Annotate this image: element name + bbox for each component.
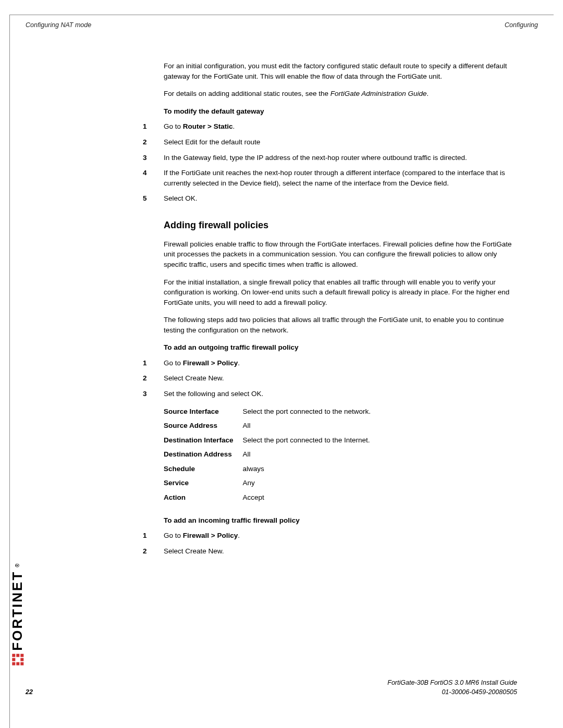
proc1-step-2: 2 Select Edit for the default route [164,137,517,147]
footer-line-1: FortiGate-30B FortiOS 3.0 MR6 Install Gu… [387,678,517,687]
step-text: Set the following and select OK. [164,389,517,399]
step-text: Select Edit for the default route [164,137,517,147]
step-text: Select Create New. [164,373,517,384]
table-row: Schedulealways [164,462,380,476]
cell-label: Source Address [164,418,243,433]
step-number: 1 [143,121,164,132]
proc1-step-5: 5 Select OK. [164,193,517,204]
cell-value: Any [243,476,380,490]
proc1-steps: 1 Go to Router > Static. 2 Select Edit f… [164,121,517,203]
step-number: 5 [143,193,164,204]
settings-table: Source InterfaceSelect the port connecte… [164,404,380,505]
proc2-step-1: 1 Go to Firewall > Policy. [164,358,517,368]
cell-value: All [243,447,380,462]
cell-value: Accept [243,490,380,505]
intro-para-1: For an initial configuration, you must e… [164,61,517,81]
step-text-c: . [232,122,235,130]
step-text: Go to Firewall > Policy. [164,358,517,368]
step-text-a: Go to [164,532,183,539]
intro-p2-a: For details on adding additional static … [164,90,331,97]
section-p2: For the initial installation, a single f… [164,277,517,308]
proc2-step-2: 2 Select Create New. [164,373,517,384]
step-text: Go to Firewall > Policy. [164,530,517,541]
step-text: Select Create New. [164,546,517,557]
step-number: 2 [143,137,164,147]
trademark-icon: ® [14,562,22,567]
proc3-title: To add an incoming traffic firewall poli… [164,515,517,526]
step-number: 1 [143,358,164,368]
cell-value: Select the port connected to the network… [243,404,380,419]
step-text-c: . [238,532,240,539]
table-row: Source AddressAll [164,418,380,433]
footer-line-2: 01-30006-0459-20080505 [387,687,517,697]
step-text-a: Go to [164,359,183,367]
proc3-step-1: 1 Go to Firewall > Policy. [164,530,517,541]
logo-text: FORTINET [8,571,28,651]
step-text: Select OK. [164,193,517,204]
content-column: For an initial configuration, you must e… [164,61,517,556]
proc2-step-3: 3 Set the following and select OK. [164,389,517,399]
step-text-b: Router > Static [183,122,233,130]
proc1-step-4: 4 If the FortiGate unit reaches the next… [164,168,517,188]
table-row: Source InterfaceSelect the port connecte… [164,404,380,419]
intro-para-2: For details on adding additional static … [164,89,517,99]
running-header: Configuring NAT mode Configuring [10,15,554,30]
header-left: Configuring NAT mode [26,20,91,30]
page-frame: Configuring NAT mode Configuring For an … [9,15,554,728]
step-text-b: Firewall > Policy [183,359,238,367]
cell-label: Destination Interface [164,433,243,448]
table-row: Destination InterfaceSelect the port con… [164,433,380,448]
step-text: In the Gateway field, type the IP addres… [164,153,517,163]
step-number: 3 [143,153,164,163]
section-p3: The following steps add two policies tha… [164,315,517,335]
section-p1: Firewall policies enable traffic to flow… [164,239,517,270]
section-title: Adding firewall policies [164,218,517,232]
step-text-b: Firewall > Policy [183,532,238,539]
proc1-title: To modify the default gateway [164,106,517,117]
logo-mark-icon [12,654,23,665]
cell-value: Select the port connected to the Interne… [243,433,380,448]
table-row: ServiceAny [164,476,380,490]
step-number: 3 [143,389,164,399]
page-number: 22 [26,687,33,697]
intro-p2-em: FortiGate Administration Guide [331,90,427,97]
cell-label: Source Interface [164,404,243,419]
proc2-steps: 1 Go to Firewall > Policy. 2 Select Crea… [164,358,517,399]
header-right: Configuring [505,20,538,30]
cell-value: All [243,418,380,433]
fortinet-logo: FORTINET ® [8,562,28,665]
cell-label: Schedule [164,462,243,476]
step-number: 2 [143,373,164,384]
step-text-c: . [238,359,240,367]
cell-label: Destination Address [164,447,243,462]
cell-label: Service [164,476,243,490]
step-number: 4 [143,168,164,178]
step-text: Go to Router > Static. [164,121,517,132]
cell-label: Action [164,490,243,505]
step-number: 1 [143,530,164,541]
table-row: Destination AddressAll [164,447,380,462]
proc3-step-2: 2 Select Create New. [164,546,517,557]
table-row: ActionAccept [164,490,380,505]
step-text: If the FortiGate unit reaches the next-h… [164,168,517,188]
proc2-title: To add an outgoing traffic firewall poli… [164,342,517,353]
proc1-step-3: 3 In the Gateway field, type the IP addr… [164,153,517,163]
footer-meta: FortiGate-30B FortiOS 3.0 MR6 Install Gu… [387,678,517,697]
proc3-steps: 1 Go to Firewall > Policy. 2 Select Crea… [164,530,517,556]
step-text-a: Go to [164,122,183,130]
step-number: 2 [143,546,164,557]
intro-p2-b: . [427,90,429,97]
cell-value: always [243,462,380,476]
page-footer: 22 FortiGate-30B FortiOS 3.0 MR6 Install… [26,678,517,697]
proc1-step-1: 1 Go to Router > Static. [164,121,517,132]
